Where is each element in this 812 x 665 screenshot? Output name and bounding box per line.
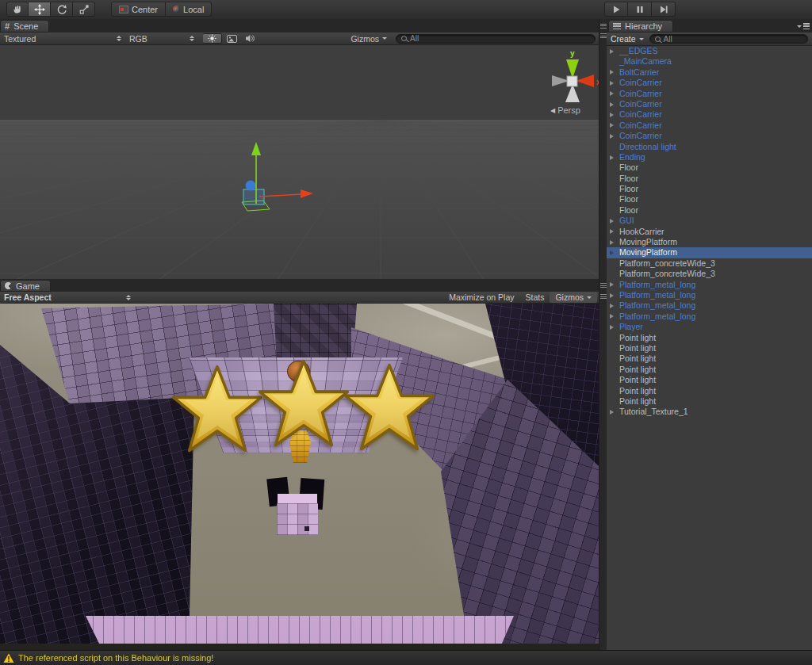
disclosure-arrow-icon[interactable] (610, 304, 614, 308)
pivot-mode-button[interactable]: Center (111, 2, 166, 17)
axis-y-cone[interactable] (566, 59, 579, 78)
hierarchy-list[interactable]: __EDGES_MainCameraBoltCarrierCoinCarrier… (607, 46, 812, 650)
disclosure-arrow-icon[interactable] (610, 229, 614, 234)
panel-menu-button[interactable] (797, 23, 810, 29)
game-icon (5, 282, 12, 289)
list-item[interactable]: GUI (607, 216, 812, 226)
list-item[interactable]: CoinCarrier (607, 109, 812, 120)
move-tool-button[interactable] (29, 2, 51, 17)
list-item[interactable]: _MainCamera (607, 56, 812, 67)
popup-icon (117, 36, 121, 41)
list-item[interactable]: MovingPlatform (607, 237, 812, 247)
disclosure-arrow-icon[interactable] (610, 250, 614, 255)
disclosure-arrow-icon[interactable] (610, 102, 614, 107)
list-item[interactable]: Floor (607, 162, 812, 173)
list-item[interactable]: Point light (607, 354, 812, 364)
scale-tool-button[interactable] (73, 2, 95, 17)
list-item[interactable]: Platform_concreteWide_3 (607, 269, 812, 279)
pane-divider[interactable] (599, 19, 607, 650)
disclosure-arrow-icon[interactable] (610, 155, 614, 160)
shading-mode-dropdown[interactable]: Textured (0, 32, 125, 44)
disclosure-arrow-icon[interactable] (610, 410, 614, 415)
popup-icon (126, 295, 131, 300)
aspect-dropdown[interactable]: Free Aspect (0, 292, 135, 303)
pane-handle-icon[interactable] (600, 283, 607, 288)
play-button[interactable] (604, 2, 628, 17)
hand-tool-button[interactable] (6, 2, 29, 17)
audio-toggle[interactable] (241, 33, 259, 44)
list-item[interactable]: Platform_metal_long (607, 280, 812, 290)
list-item[interactable]: Point light (607, 375, 812, 385)
game-gizmos-dropdown[interactable]: Gizmos (550, 292, 597, 303)
pane-handle-icon[interactable] (600, 24, 607, 29)
tab-scene[interactable]: # Scene (0, 20, 49, 32)
axis-orientation-gizmo[interactable]: y x (543, 48, 599, 107)
list-item[interactable]: Tutorial_Texture_1 (607, 407, 812, 417)
lighting-toggle[interactable] (203, 33, 222, 44)
disclosure-arrow-icon[interactable] (610, 219, 614, 224)
list-item[interactable]: CoinCarrier (607, 99, 812, 109)
list-item[interactable]: __EDGES (607, 46, 812, 56)
pane-handle-icon[interactable] (600, 33, 607, 38)
list-item[interactable]: BoltCarrier (607, 67, 812, 78)
list-item[interactable]: Point light (607, 343, 812, 354)
list-item[interactable]: Point light (607, 386, 812, 396)
list-item[interactable]: Floor (607, 174, 812, 184)
overlay-toggle[interactable] (222, 33, 241, 44)
list-item[interactable]: CoinCarrier (607, 131, 812, 141)
list-item[interactable]: MovingPlatform (607, 247, 812, 258)
render-channel-dropdown[interactable]: RGB (125, 32, 198, 44)
disclosure-arrow-icon[interactable] (610, 325, 614, 330)
list-item[interactable]: Platform_metal_long (607, 290, 812, 300)
disclosure-arrow-icon[interactable] (610, 81, 614, 86)
stats-button[interactable]: Stats (519, 292, 550, 303)
scene-gizmos-dropdown[interactable]: Gizmos (347, 32, 391, 44)
scene-search-input[interactable]: All (396, 34, 596, 44)
disclosure-arrow-icon[interactable] (610, 49, 614, 54)
list-item[interactable]: CoinCarrier (607, 120, 812, 131)
list-item[interactable]: Player (607, 322, 812, 332)
list-item[interactable]: Platform_metal_long (607, 311, 812, 322)
list-item[interactable]: Point light (607, 396, 812, 407)
disclosure-arrow-icon[interactable] (610, 113, 614, 117)
rotation-mode-button[interactable]: Local (166, 2, 212, 17)
game-viewport[interactable] (0, 304, 599, 650)
status-bar[interactable]: The referenced script on this Behaviour … (0, 650, 812, 665)
disclosure-arrow-icon[interactable] (610, 240, 614, 245)
scene-search-placeholder: All (410, 34, 419, 43)
list-item[interactable]: Point light (607, 365, 812, 375)
disclosure-arrow-icon[interactable] (610, 123, 614, 128)
projection-toggle[interactable]: ◀ Persp (550, 105, 580, 115)
list-item[interactable]: CoinCarrier (607, 89, 812, 99)
hierarchy-search-input[interactable]: All (649, 34, 808, 44)
disclosure-arrow-icon[interactable] (610, 134, 614, 139)
rotate-tool-button[interactable] (51, 2, 73, 17)
tab-game[interactable]: Game (0, 280, 51, 292)
list-item[interactable]: Floor (607, 184, 812, 194)
disclosure-arrow-icon[interactable] (610, 282, 614, 287)
list-item[interactable]: Platform_concreteWide_3 (607, 258, 812, 269)
disclosure-arrow-icon[interactable] (610, 314, 614, 319)
list-item[interactable]: Directional light (607, 142, 812, 152)
create-button[interactable]: Create (611, 34, 644, 44)
maximize-on-play-button[interactable]: Maximize on Play (443, 292, 519, 303)
pane-handle-icon[interactable] (600, 294, 607, 299)
axis-cube[interactable] (567, 76, 577, 86)
tab-hierarchy[interactable]: Hierarchy (608, 20, 673, 32)
item-label: Point light (619, 386, 656, 396)
disclosure-arrow-icon[interactable] (610, 70, 614, 75)
item-label: Tutorial_Texture_1 (619, 407, 688, 416)
list-item[interactable]: Platform_metal_long (607, 300, 812, 311)
step-button[interactable] (652, 2, 676, 17)
scene-viewport[interactable]: y x ◀ Persp (0, 45, 599, 280)
list-item[interactable]: Ending (607, 152, 812, 162)
axis-x-cone[interactable] (576, 75, 594, 87)
pause-button[interactable] (628, 2, 652, 17)
list-item[interactable]: HookCarrier (607, 227, 812, 237)
list-item[interactable]: CoinCarrier (607, 78, 812, 88)
list-item[interactable]: Floor (607, 205, 812, 216)
list-item[interactable]: Floor (607, 194, 812, 204)
list-item[interactable]: Point light (607, 333, 812, 343)
disclosure-arrow-icon[interactable] (610, 91, 614, 96)
disclosure-arrow-icon[interactable] (610, 293, 614, 298)
